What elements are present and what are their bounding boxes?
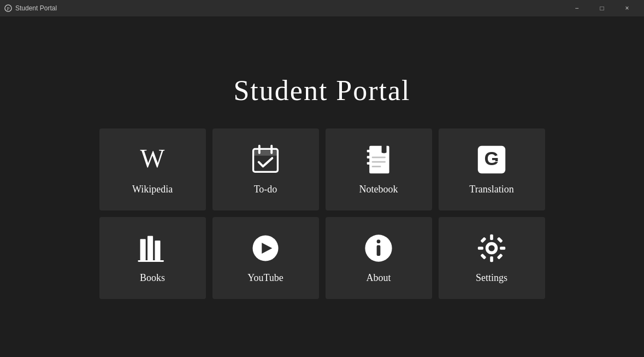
title-bar-left: P Student Portal xyxy=(4,4,57,12)
grid-item-books[interactable]: Books xyxy=(99,217,206,299)
settings-icon xyxy=(476,233,507,264)
svg-rect-4 xyxy=(253,149,278,155)
svg-rect-29 xyxy=(490,234,493,239)
svg-rect-14 xyxy=(372,161,386,162)
grid-item-youtube[interactable]: YouTube xyxy=(212,217,319,299)
app-title: Student Portal xyxy=(233,74,410,107)
svg-rect-19 xyxy=(140,239,146,260)
svg-rect-30 xyxy=(490,256,493,262)
notebook-icon xyxy=(363,144,394,175)
todo-icon xyxy=(250,144,281,175)
svg-rect-21 xyxy=(155,241,160,260)
app-icon: P xyxy=(4,4,12,12)
svg-text:z: z xyxy=(495,158,499,168)
settings-label: Settings xyxy=(476,272,507,284)
svg-rect-10 xyxy=(367,162,371,164)
svg-rect-35 xyxy=(480,253,486,259)
app-grid: W Wikipedia To-do xyxy=(99,128,545,299)
books-label: Books xyxy=(140,272,165,284)
svg-rect-20 xyxy=(147,236,153,260)
grid-item-settings[interactable]: Settings xyxy=(439,217,545,299)
svg-text:P: P xyxy=(7,6,10,11)
todo-label: To-do xyxy=(254,184,277,195)
svg-rect-31 xyxy=(478,247,483,250)
main-content: Student Portal W Wikipedia To-do xyxy=(0,16,644,357)
translation-label: Translation xyxy=(469,184,513,195)
youtube-icon xyxy=(250,233,281,264)
about-label: About xyxy=(367,272,391,284)
notebook-label: Notebook xyxy=(359,184,398,195)
svg-rect-15 xyxy=(372,166,381,167)
svg-rect-34 xyxy=(497,237,503,243)
grid-item-translation[interactable]: G z Translation xyxy=(439,128,545,210)
grid-item-notebook[interactable]: Notebook xyxy=(326,128,432,210)
title-bar: P Student Portal − □ × xyxy=(0,0,644,16)
svg-rect-9 xyxy=(367,156,371,158)
translation-icon: G z xyxy=(476,144,507,175)
about-icon xyxy=(363,233,394,264)
title-bar-label: Student Portal xyxy=(15,4,57,12)
svg-rect-33 xyxy=(480,237,486,243)
svg-rect-27 xyxy=(377,245,381,256)
minimize-button[interactable]: − xyxy=(564,0,589,16)
books-icon xyxy=(137,233,168,264)
wikipedia-label: Wikipedia xyxy=(132,184,173,195)
close-button[interactable]: × xyxy=(615,0,640,16)
grid-item-wikipedia[interactable]: W Wikipedia xyxy=(99,128,206,210)
svg-rect-32 xyxy=(500,247,505,250)
svg-text:W: W xyxy=(140,144,165,173)
wikipedia-icon: W xyxy=(137,144,168,175)
svg-point-28 xyxy=(488,245,494,251)
svg-rect-13 xyxy=(372,156,386,158)
svg-point-26 xyxy=(377,239,381,243)
maximize-button[interactable]: □ xyxy=(589,0,615,16)
svg-rect-8 xyxy=(367,150,371,152)
grid-item-todo[interactable]: To-do xyxy=(212,128,319,210)
svg-rect-36 xyxy=(497,253,503,259)
title-bar-controls: − □ × xyxy=(564,0,640,16)
youtube-label: YouTube xyxy=(247,272,283,284)
grid-item-about[interactable]: About xyxy=(326,217,432,299)
